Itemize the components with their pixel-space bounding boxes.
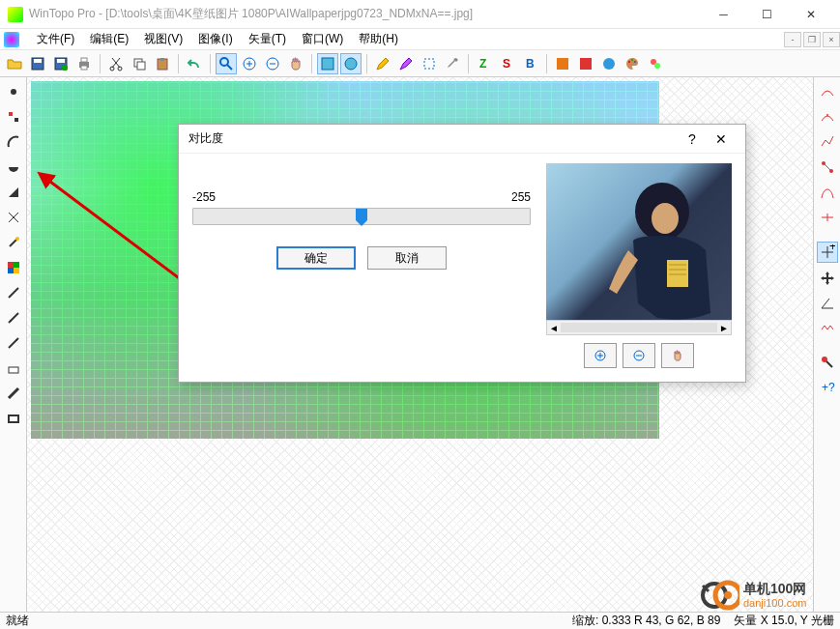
svg-line-65: [826, 361, 832, 367]
save-as-button[interactable]: [50, 53, 72, 74]
mdi-restore-button[interactable]: ❐: [803, 32, 821, 47]
svg-rect-42: [8, 262, 14, 268]
undo-button[interactable]: [184, 53, 205, 74]
curve1-tool-icon[interactable]: [817, 81, 838, 102]
snap-tool-icon[interactable]: +: [817, 242, 838, 263]
svg-point-22: [345, 58, 357, 70]
trace-z-button[interactable]: Z: [474, 53, 495, 74]
minimize-button[interactable]: ─: [702, 0, 745, 29]
angle-tool-icon[interactable]: [817, 292, 838, 313]
toggle-layer1-button[interactable]: [317, 53, 338, 74]
save-button[interactable]: [27, 53, 48, 74]
menu-edit[interactable]: 编辑(E): [82, 28, 136, 50]
help-tool-icon[interactable]: +?: [817, 377, 838, 398]
color1-button[interactable]: [552, 53, 573, 74]
mdi-minimize-button[interactable]: -: [784, 32, 801, 47]
cross-tool-icon[interactable]: [3, 207, 24, 228]
bezier-tool-icon[interactable]: [817, 182, 838, 203]
paint-tool-icon[interactable]: [817, 352, 838, 373]
triangle-tool-icon[interactable]: [3, 182, 24, 203]
ok-button[interactable]: 确定: [276, 246, 356, 270]
scroll-right-icon[interactable]: ►: [717, 323, 731, 333]
color3-button[interactable]: [598, 53, 620, 74]
svg-text:Z: Z: [479, 57, 486, 71]
palette-button[interactable]: [622, 53, 643, 74]
svg-point-48: [10, 320, 12, 322]
cancel-button[interactable]: 取消: [367, 246, 447, 270]
zoom-button[interactable]: [216, 53, 237, 74]
trace-s-button[interactable]: S: [497, 53, 518, 74]
node-tool-icon[interactable]: [817, 157, 838, 178]
rect-tool-icon[interactable]: [3, 408, 24, 429]
menu-vector[interactable]: 矢量(T): [241, 28, 294, 50]
crop-button[interactable]: [419, 53, 440, 74]
preview-hscrollbar[interactable]: ◄ ►: [546, 320, 732, 335]
pen3-tool-icon[interactable]: [3, 332, 24, 354]
contrast-slider[interactable]: [192, 208, 531, 225]
svg-rect-7: [81, 66, 87, 70]
polyline-tool-icon[interactable]: [817, 131, 838, 153]
brush-button[interactable]: [395, 53, 417, 74]
svg-rect-43: [14, 262, 19, 268]
svg-point-41: [15, 237, 19, 241]
maximize-button[interactable]: ☐: [745, 0, 789, 29]
pencil-button[interactable]: [372, 53, 393, 74]
right-toolbox: + +?: [813, 77, 840, 612]
eraser-tool-icon[interactable]: [3, 357, 24, 379]
color2-button[interactable]: [575, 53, 596, 74]
svg-point-32: [634, 61, 636, 63]
svg-rect-45: [14, 268, 19, 273]
print-button[interactable]: [73, 53, 95, 74]
menu-view[interactable]: 视图(V): [136, 28, 190, 50]
menu-file[interactable]: 文件(F): [29, 28, 82, 50]
preview-pan-button[interactable]: [661, 343, 694, 368]
eyedropper-button[interactable]: [442, 53, 463, 74]
select-tool-icon[interactable]: [3, 106, 24, 128]
curve2-tool-icon[interactable]: [817, 106, 838, 128]
left-toolbox: [0, 77, 27, 612]
dialog-help-button[interactable]: ?: [678, 128, 707, 151]
menu-image[interactable]: 图像(I): [190, 28, 240, 50]
zoom-out-button[interactable]: [262, 53, 283, 74]
preview-zoom-in-button[interactable]: [584, 343, 617, 368]
line-tool-icon[interactable]: [3, 383, 24, 404]
move-tool-icon[interactable]: [817, 267, 838, 288]
dialog-titlebar[interactable]: 对比度 ? ✕: [179, 125, 745, 154]
point-tool-icon[interactable]: [3, 81, 24, 102]
cut-button[interactable]: [105, 53, 127, 74]
svg-point-4: [62, 65, 68, 71]
preview-zoom-out-button[interactable]: [623, 343, 655, 368]
paste-button[interactable]: [152, 53, 173, 74]
svg-rect-23: [424, 59, 434, 69]
svg-text:+: +: [829, 244, 835, 253]
colorpatch-tool-icon[interactable]: [3, 257, 24, 278]
wand-tool-icon[interactable]: [3, 232, 24, 253]
menu-window[interactable]: 窗口(W): [294, 28, 351, 50]
mdi-close-button[interactable]: ×: [823, 32, 840, 47]
watermark: 单机100网 danji100.com: [701, 575, 836, 615]
pen-tool-icon[interactable]: [3, 282, 24, 303]
toggle-layer2-button[interactable]: [340, 53, 362, 74]
trace-b-button[interactable]: B: [520, 53, 541, 74]
open-button[interactable]: [4, 53, 25, 74]
svg-point-55: [826, 114, 828, 116]
pan-button[interactable]: [285, 53, 306, 74]
copy-button[interactable]: [129, 53, 150, 74]
svg-rect-51: [9, 367, 18, 373]
svg-rect-27: [557, 58, 568, 70]
split-tool-icon[interactable]: [817, 207, 838, 228]
effects-button[interactable]: [645, 53, 666, 74]
menu-help[interactable]: 帮助(H): [351, 28, 406, 50]
zigzag-tool-icon[interactable]: [817, 317, 838, 338]
zoom-in-button[interactable]: [239, 53, 260, 74]
close-button[interactable]: ✕: [789, 0, 832, 29]
pen2-tool-icon[interactable]: [3, 307, 24, 329]
slider-thumb-icon[interactable]: [356, 205, 367, 228]
scroll-left-icon[interactable]: ◄: [547, 323, 561, 333]
arc-tool-icon[interactable]: [3, 131, 24, 153]
window-title: WinTopo Pro - [D:\tools\桌面\4K壁纸图片 1080P\…: [29, 6, 702, 22]
dialog-close-button[interactable]: ✕: [707, 128, 736, 151]
main-toolbar: Z S B: [0, 50, 840, 77]
watermark-line2: danji100.com: [743, 597, 806, 610]
halfcircle-tool-icon[interactable]: [3, 157, 24, 178]
